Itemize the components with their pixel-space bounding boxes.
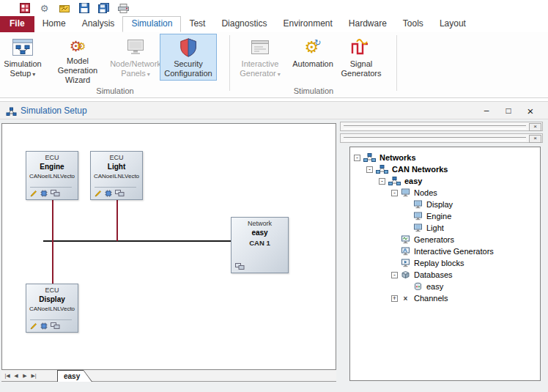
docked-panel-strip-2: × [340, 133, 543, 143]
minimize-button[interactable]: – [479, 106, 494, 116]
block-kind: ECU [26, 286, 78, 294]
edit-pencil-icon[interactable] [30, 190, 37, 197]
ribbon-group-simulation: Simulation Setup▾ ⚙⚙ Model Generation Wi… [1, 34, 229, 95]
ecu-block-display[interactable]: ECU Display CANoeILNLVecto [26, 284, 78, 333]
security-shield-icon [178, 36, 199, 59]
close-button[interactable]: × [523, 105, 538, 117]
save-all-icon[interactable] [98, 3, 109, 14]
tab-tools[interactable]: Tools [395, 16, 432, 32]
expander-icon[interactable]: - [391, 190, 398, 196]
tree-item-interactive-generators[interactable]: Interactive Generators [350, 245, 540, 257]
tree-item-light[interactable]: Light [350, 222, 540, 234]
block-model: CANoeILNLVecto [91, 173, 142, 180]
interactive-generator-button[interactable]: Interactive Generator▾ [232, 34, 289, 81]
close-panel-button[interactable]: × [529, 135, 541, 143]
edit-pencil-icon[interactable] [30, 322, 37, 330]
measurement-icon [59, 4, 70, 13]
model-generation-wizard-button[interactable]: ⚙⚙ Model Generation Wizard [44, 34, 111, 81]
expander-icon[interactable]: - [391, 272, 398, 278]
tab-layout[interactable]: Layout [432, 16, 474, 32]
tree-item-networks[interactable]: - Networks [350, 152, 540, 163]
expander-icon[interactable]: - [354, 155, 360, 161]
save-icon[interactable] [78, 3, 89, 14]
chip-icon[interactable] [40, 322, 48, 330]
tab-navigation: |◀ ◀ ▶ ▶| [3, 370, 38, 382]
first-tab-button[interactable]: |◀ [3, 370, 12, 382]
bus-line-horizontal[interactable] [43, 240, 232, 242]
databases-icon [401, 270, 410, 279]
group-label-stimulation: Stimulation [232, 86, 396, 95]
node-panel-icon[interactable] [115, 190, 125, 197]
last-tab-button[interactable]: ▶| [29, 370, 38, 382]
chip-icon[interactable] [105, 190, 112, 197]
node-network-panels-button[interactable]: Node/Network Panels▾ [111, 34, 160, 81]
button-label: Interactive [242, 59, 279, 68]
tree-item-databases[interactable]: - Databases [350, 269, 540, 281]
expander-icon[interactable]: - [366, 166, 373, 173]
node-panel-icon[interactable] [51, 190, 60, 197]
bus-line-light[interactable] [116, 200, 118, 241]
network-panel-icon[interactable] [235, 263, 245, 270]
edit-pencil-icon[interactable] [95, 190, 102, 197]
network-tree-panel: - Networks - [349, 147, 541, 381]
next-tab-button[interactable]: ▶ [21, 370, 29, 382]
tree-item-easy-database[interactable]: easy [350, 281, 540, 292]
gear-icon: ⚙ [40, 3, 49, 14]
tree-item-generators[interactable]: Generators [350, 234, 540, 245]
tab-analysis[interactable]: Analysis [74, 16, 123, 32]
tree-item-display[interactable]: Display [350, 199, 540, 210]
button-label: Signal [350, 59, 373, 68]
tree-item-channels[interactable]: + × Channels [350, 292, 540, 304]
ribbon: Simulation Setup▾ ⚙⚙ Model Generation Wi… [0, 32, 548, 98]
ecu-block-light[interactable]: ECU Light CANoeILNLVecto [90, 151, 143, 200]
network-block-easy[interactable]: Network easy CAN 1 [231, 217, 289, 273]
tab-home[interactable]: Home [34, 16, 74, 32]
tree-item-easy-network[interactable]: - easy [350, 175, 540, 187]
node-panel-icon[interactable] [51, 322, 60, 330]
button-label: Wizard [65, 75, 90, 84]
options-gear-icon[interactable]: ⚙ [39, 3, 50, 14]
simulation-canvas[interactable]: ECU Engine CANoeILNLVecto ECU Light CANo… [1, 123, 336, 370]
tab-file[interactable]: File [0, 16, 34, 32]
window-title: Simulation Setup [21, 102, 87, 119]
chevron-down-icon: ▾ [278, 71, 281, 78]
app-icon [20, 3, 30, 13]
tree-item-nodes[interactable]: - Nodes [350, 187, 540, 199]
canvas-tab-easy[interactable]: easy [57, 370, 92, 382]
close-panel-button[interactable]: × [529, 123, 541, 131]
automation-button[interactable]: ⚙↻ Automation [289, 34, 337, 81]
bus-line-engine-display[interactable] [52, 200, 53, 284]
ecu-block-engine[interactable]: ECU Engine CANoeILNLVecto [26, 151, 78, 200]
tab-test[interactable]: Test [181, 16, 213, 32]
nodes-icon [401, 188, 410, 197]
tree-item-engine[interactable]: Engine [350, 210, 540, 222]
expander-icon[interactable]: + [391, 295, 398, 302]
print-icon[interactable] [118, 3, 129, 14]
tab-simulation[interactable]: Simulation [122, 16, 181, 32]
previous-tab-button[interactable]: ◀ [12, 370, 21, 382]
button-label: Simulation [4, 59, 41, 68]
tree-item-can-networks[interactable]: - CAN Networks [350, 163, 540, 175]
tree-item-replay-blocks[interactable]: Replay blocks [350, 257, 540, 269]
button-label: Generator [240, 69, 276, 78]
measurement-setup-icon[interactable] [59, 3, 70, 14]
signal-generators-button[interactable]: Signal Generators [337, 34, 385, 81]
simulation-setup-body: ECU Engine CANoeILNLVecto ECU Light CANo… [0, 119, 548, 392]
panels-icon [125, 36, 147, 59]
tab-hardware[interactable]: Hardware [341, 16, 395, 32]
simulation-setup-button[interactable]: Simulation Setup▾ [1, 34, 44, 81]
button-label: Security [174, 59, 203, 68]
simulation-setup-titlebar[interactable]: Simulation Setup – □ × [0, 101, 548, 119]
chip-icon[interactable] [40, 190, 48, 197]
tab-diagnostics[interactable]: Diagnostics [213, 16, 275, 32]
expander-icon[interactable]: - [379, 178, 385, 185]
block-kind: ECU [91, 154, 142, 161]
security-configuration-button[interactable]: Security Configuration [160, 34, 217, 81]
wizard-gears-icon: ⚙⚙ [70, 36, 86, 56]
app-icon[interactable] [19, 3, 30, 14]
networks-icon [363, 153, 376, 162]
maximize-button[interactable]: □ [501, 106, 516, 116]
replay-blocks-icon [401, 259, 410, 267]
tab-environment[interactable]: Environment [275, 16, 340, 32]
block-name: Engine [26, 163, 78, 171]
